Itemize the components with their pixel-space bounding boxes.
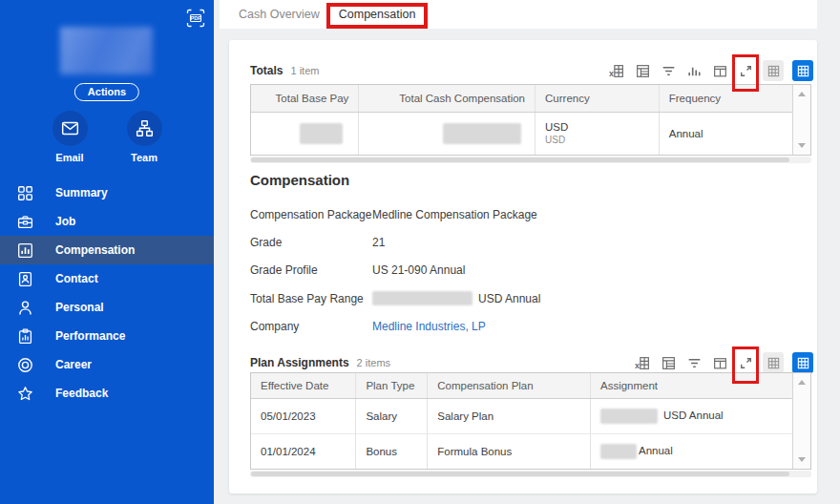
- plan-type-value: Salary: [356, 398, 428, 433]
- sidebar-item-label: Feedback: [55, 387, 108, 400]
- column-header[interactable]: Effective Date: [251, 373, 356, 398]
- sidebar-item-label: Compensation: [55, 243, 135, 257]
- plan-type-value: Bonus: [356, 433, 428, 469]
- manage-columns-icon[interactable]: [711, 62, 728, 79]
- expand-icon[interactable]: [737, 62, 754, 79]
- plan-assignments-item-count: 2 items: [357, 357, 390, 368]
- totals-item-count: 1 item: [290, 65, 319, 76]
- sidebar-item-compensation[interactable]: Compensation: [0, 236, 214, 264]
- field-value-with-redaction: USD Annual: [372, 291, 785, 305]
- team-label: Team: [131, 152, 158, 163]
- scroll-up-icon[interactable]: [798, 92, 806, 96]
- redacted-assignment-amount: [600, 444, 637, 459]
- email-button[interactable]: Email: [42, 111, 97, 163]
- svg-text:x: x: [635, 361, 640, 370]
- pay-range-suffix: USD Annual: [478, 292, 540, 305]
- compact-grid-icon[interactable]: [763, 60, 784, 81]
- field-value: US 21-090 Annual: [372, 263, 785, 277]
- field-label: Grade: [250, 236, 372, 249]
- pdf-export-icon[interactable]: PDF: [185, 8, 206, 29]
- sidebar-item-career[interactable]: Career: [0, 350, 214, 379]
- sidebar-item-summary[interactable]: Summary: [0, 178, 214, 207]
- plan-horizontal-scrollbar[interactable]: [250, 471, 811, 477]
- field-label: Company: [250, 320, 372, 333]
- totals-row[interactable]: USD USD Annual: [251, 112, 792, 155]
- profile-photo[interactable]: [60, 27, 153, 74]
- personal-icon: [17, 300, 55, 316]
- export-excel-icon[interactable]: x: [608, 62, 625, 79]
- actions-button[interactable]: Actions: [74, 83, 139, 101]
- column-header[interactable]: Total Base Pay: [251, 85, 359, 112]
- tab-compensation[interactable]: Compensation: [331, 0, 424, 29]
- sidebar-item-job[interactable]: Job: [0, 207, 214, 236]
- worksheet-icon[interactable]: [634, 62, 651, 79]
- effective-date-value: 01/01/2024: [251, 433, 356, 469]
- sidebar-item-feedback[interactable]: Feedback: [0, 379, 214, 408]
- filter-icon[interactable]: [660, 62, 677, 79]
- compensation-icon: [17, 242, 55, 259]
- sidebar-item-label: Performance: [55, 329, 125, 343]
- currency-value: USD: [545, 120, 649, 134]
- totals-horizontal-scrollbar[interactable]: [250, 157, 811, 163]
- chart-icon[interactable]: [685, 62, 703, 79]
- compensation-plan-value: Formula Bonus: [428, 433, 591, 469]
- scrollbar-thumb[interactable]: [251, 158, 789, 162]
- compensation-section: Compensation Compensation Package Medlin…: [250, 172, 785, 333]
- company-link[interactable]: Medline Industries, LP: [372, 320, 785, 333]
- scroll-down-icon[interactable]: [798, 457, 806, 462]
- plan-assignments-table: Effective Date Plan Type Compensation Pl…: [250, 372, 811, 477]
- compensation-card: Totals 1 item x: [229, 40, 817, 494]
- sidebar-item-label: Contact: [55, 272, 98, 285]
- export-excel-icon[interactable]: x: [634, 354, 651, 371]
- tab-cash-overview[interactable]: Cash Overview: [231, 0, 327, 29]
- totals-header: Totals 1 item x: [250, 59, 813, 82]
- plan-row[interactable]: 05/01/2023 Salary Salary Plan USD Annual: [251, 398, 792, 433]
- career-icon: [17, 357, 55, 373]
- column-header[interactable]: Assignment: [590, 373, 792, 398]
- expanded-grid-icon[interactable]: [792, 60, 813, 81]
- redacted-total-base-pay: [300, 123, 343, 144]
- column-header[interactable]: Plan Type: [356, 373, 428, 398]
- sidebar-item-label: Personal: [55, 301, 104, 314]
- plan-row[interactable]: 01/01/2024 Bonus Formula Bonus Annual: [251, 433, 792, 469]
- scrollbar-thumb[interactable]: [251, 472, 789, 476]
- totals-header-row: Total Base Pay Total Cash Compensation C…: [251, 85, 792, 112]
- sidebar-item-personal[interactable]: Personal: [0, 293, 214, 322]
- contact-icon: [17, 271, 55, 287]
- plan-vertical-scrollbar[interactable]: [792, 373, 810, 469]
- column-header[interactable]: Total Cash Compensation: [359, 85, 536, 112]
- sidebar-item-contact[interactable]: Contact: [0, 264, 214, 293]
- column-header[interactable]: Currency: [536, 85, 660, 112]
- tab-label: Compensation: [339, 8, 416, 21]
- totals-toolbar: x: [608, 60, 813, 81]
- sidebar-item-label: Career: [55, 358, 92, 371]
- plan-assignments-header: Plan Assignments 2 items x: [250, 351, 813, 374]
- team-icon: [127, 111, 162, 146]
- compact-grid-icon[interactable]: [763, 352, 784, 373]
- worksheet-icon[interactable]: [660, 354, 677, 371]
- section-title: Compensation: [250, 172, 785, 188]
- manage-columns-icon[interactable]: [711, 354, 728, 371]
- column-header[interactable]: Compensation Plan: [428, 373, 591, 398]
- field-value: 21: [372, 236, 785, 249]
- expanded-grid-icon[interactable]: [792, 352, 813, 373]
- column-header[interactable]: Frequency: [659, 85, 792, 112]
- summary-icon: [17, 185, 55, 201]
- redacted-assignment-amount: [600, 409, 658, 424]
- scroll-up-icon[interactable]: [798, 380, 806, 385]
- scroll-down-icon[interactable]: [798, 143, 806, 148]
- filter-icon[interactable]: [685, 354, 703, 371]
- tab-bar: Cash Overview Compensation: [220, 0, 817, 29]
- team-button[interactable]: Team: [116, 111, 172, 163]
- assignment-value: USD Annual: [590, 398, 792, 433]
- totals-title: Totals: [250, 64, 283, 77]
- expand-icon[interactable]: [737, 354, 754, 371]
- totals-vertical-scrollbar[interactable]: [792, 85, 810, 155]
- assignment-value: Annual: [590, 433, 792, 469]
- email-icon: [52, 111, 88, 146]
- field-label: Grade Profile: [250, 263, 372, 277]
- redacted-total-cash-compensation: [443, 123, 521, 144]
- frequency-value: Annual: [659, 112, 792, 155]
- sidebar-item-performance[interactable]: Performance: [0, 322, 214, 350]
- sidebar-menu: Summary Job Compensation: [0, 178, 214, 408]
